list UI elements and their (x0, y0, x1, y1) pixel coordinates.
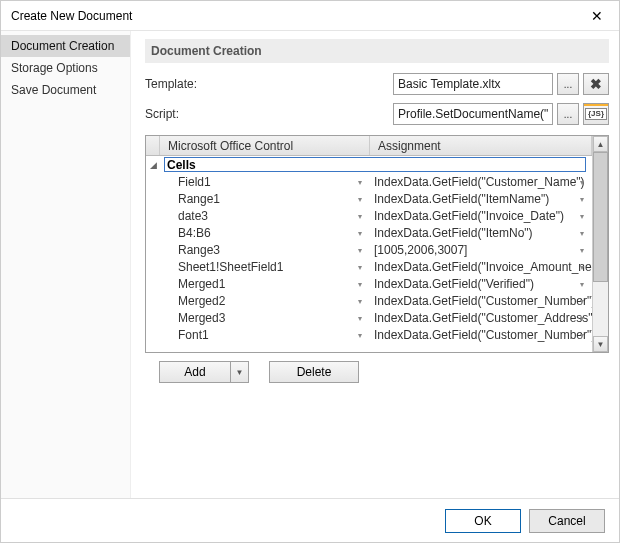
grid-header: Microsoft Office Control Assignment (146, 136, 592, 156)
add-button[interactable]: Add (159, 361, 231, 383)
sidebar-item-save-document[interactable]: Save Document (1, 79, 130, 101)
add-dropdown-button[interactable]: ▼ (231, 361, 249, 383)
dialog-title: Create New Document (11, 9, 132, 23)
grid-row[interactable]: Range3▾ [1005,2006,3007]▾ (146, 241, 592, 258)
mapping-grid: Microsoft Office Control Assignment ◢ Ce… (145, 135, 609, 353)
grid-row[interactable]: Merged3▾ IndexData.GetField("Customer_Ad… (146, 309, 592, 326)
chevron-down-icon[interactable]: ▾ (580, 212, 588, 220)
chevron-down-icon[interactable]: ▾ (358, 212, 366, 220)
main-panel: Document Creation Template: ... ✖ Script… (131, 31, 619, 498)
script-more-button[interactable]: ... (557, 103, 579, 125)
grid-body: ◢ Cells Field1▾ IndexData.GetField("Cust… (146, 156, 592, 343)
chevron-down-icon[interactable]: ▾ (580, 297, 588, 305)
grid-row[interactable]: Font1▾ IndexData.GetField("Customer_Numb… (146, 326, 592, 343)
chevron-down-icon[interactable]: ▾ (358, 195, 366, 203)
scroll-thumb[interactable] (593, 152, 608, 282)
grid-row[interactable]: date3▾ IndexData.GetField("Invoice_Date"… (146, 207, 592, 224)
chevron-down-icon[interactable]: ▾ (580, 178, 588, 186)
chevron-down-icon[interactable]: ▾ (358, 331, 366, 339)
grid-actions: Add ▼ Delete (145, 361, 609, 383)
sidebar-item-storage-options[interactable]: Storage Options (1, 57, 130, 79)
grid-header-assignment[interactable]: Assignment (370, 136, 592, 155)
chevron-down-icon[interactable]: ▾ (580, 229, 588, 237)
grid-row[interactable]: B4:B6▾ IndexData.GetField("ItemNo")▾ (146, 224, 592, 241)
scroll-track[interactable] (593, 152, 608, 336)
grid-row[interactable]: Sheet1!SheetField1▾ IndexData.GetField("… (146, 258, 592, 275)
chevron-down-icon[interactable]: ▾ (580, 280, 588, 288)
chevron-down-icon[interactable]: ▾ (580, 246, 588, 254)
grid-row[interactable]: Merged2▾ IndexData.GetField("Customer_Nu… (146, 292, 592, 309)
sidebar: Document Creation Storage Options Save D… (1, 31, 131, 498)
chevron-down-icon[interactable]: ▾ (580, 314, 588, 322)
chevron-down-icon[interactable]: ▾ (358, 246, 366, 254)
template-clear-button[interactable]: ✖ (583, 73, 609, 95)
chevron-down-icon[interactable]: ▾ (358, 263, 366, 271)
template-input[interactable] (393, 73, 553, 95)
dialog-footer: OK Cancel (1, 498, 619, 542)
scroll-down-button[interactable]: ▼ (593, 336, 608, 352)
chevron-down-icon[interactable]: ▾ (358, 280, 366, 288)
scroll-up-button[interactable]: ▲ (593, 136, 608, 152)
script-editor-button[interactable]: {JS} (583, 103, 609, 125)
template-browse-button[interactable]: ... (557, 73, 579, 95)
grid-group-row[interactable]: ◢ Cells (146, 156, 592, 173)
template-row: Template: ... ✖ (145, 73, 609, 95)
js-icon: {JS} (585, 108, 607, 120)
chevron-down-icon[interactable]: ▾ (358, 314, 366, 322)
section-heading: Document Creation (145, 39, 609, 63)
x-icon: ✖ (590, 76, 602, 92)
delete-button[interactable]: Delete (269, 361, 359, 383)
chevron-down-icon[interactable]: ▾ (358, 229, 366, 237)
cancel-button[interactable]: Cancel (529, 509, 605, 533)
collapse-icon[interactable]: ◢ (146, 160, 160, 170)
template-label: Template: (145, 77, 235, 91)
grid-row[interactable]: Range1▾ IndexData.GetField("ItemName")▾ (146, 190, 592, 207)
script-row: Script: ... {JS} (145, 103, 609, 125)
grid-header-control[interactable]: Microsoft Office Control (160, 136, 370, 155)
sidebar-item-document-creation[interactable]: Document Creation (1, 35, 130, 57)
chevron-down-icon[interactable]: ▾ (580, 263, 588, 271)
chevron-down-icon[interactable]: ▾ (580, 195, 588, 203)
ok-button[interactable]: OK (445, 509, 521, 533)
titlebar: Create New Document ✕ (1, 1, 619, 31)
script-label: Script: (145, 107, 235, 121)
chevron-down-icon[interactable]: ▾ (358, 178, 366, 186)
chevron-down-icon[interactable]: ▾ (358, 297, 366, 305)
close-button[interactable]: ✕ (575, 1, 619, 31)
dialog: Create New Document ✕ Document Creation … (0, 0, 620, 543)
grid-row[interactable]: Merged1▾ IndexData.GetField("Verified")▾ (146, 275, 592, 292)
script-input[interactable] (393, 103, 553, 125)
chevron-down-icon[interactable]: ▾ (580, 331, 588, 339)
scrollbar[interactable]: ▲ ▼ (592, 136, 608, 352)
grid-row[interactable]: Field1▾ IndexData.GetField("Customer_Nam… (146, 173, 592, 190)
add-split-button: Add ▼ (159, 361, 249, 383)
dialog-body: Document Creation Storage Options Save D… (1, 31, 619, 498)
